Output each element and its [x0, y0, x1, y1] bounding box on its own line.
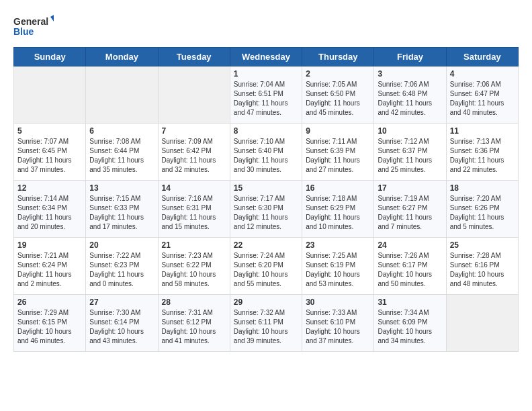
day-info: Sunrise: 7:19 AM Sunset: 6:27 PM Dayligh…: [378, 194, 442, 232]
day-cell: 10Sunrise: 7:12 AM Sunset: 6:37 PM Dayli…: [374, 124, 446, 181]
svg-text:Blue: Blue: [13, 26, 34, 37]
day-cell: 6Sunrise: 7:08 AM Sunset: 6:44 PM Daylig…: [86, 124, 158, 181]
day-number: 15: [234, 183, 298, 193]
day-info: Sunrise: 7:10 AM Sunset: 6:40 PM Dayligh…: [234, 137, 298, 175]
day-number: 20: [89, 240, 154, 250]
day-info: Sunrise: 7:22 AM Sunset: 6:23 PM Dayligh…: [89, 251, 154, 289]
day-info: Sunrise: 7:15 AM Sunset: 6:33 PM Dayligh…: [89, 194, 154, 232]
day-number: 29: [234, 298, 298, 307]
week-row: 1Sunrise: 7:04 AM Sunset: 6:51 PM Daylig…: [14, 66, 519, 124]
day-info: Sunrise: 7:08 AM Sunset: 6:44 PM Dayligh…: [89, 137, 154, 175]
day-number: 10: [378, 126, 442, 136]
day-info: Sunrise: 7:25 AM Sunset: 6:19 PM Dayligh…: [306, 251, 370, 289]
weekday-header: Tuesday: [158, 48, 230, 66]
day-cell: 21Sunrise: 7:23 AM Sunset: 6:22 PM Dayli…: [158, 238, 230, 295]
day-cell: 15Sunrise: 7:17 AM Sunset: 6:30 PM Dayli…: [230, 181, 302, 238]
day-cell: 22Sunrise: 7:24 AM Sunset: 6:20 PM Dayli…: [230, 238, 302, 295]
day-info: Sunrise: 7:31 AM Sunset: 6:12 PM Dayligh…: [162, 308, 226, 346]
svg-text:General: General: [13, 16, 48, 27]
day-number: 3: [378, 69, 442, 79]
weekday-header: Thursday: [302, 48, 374, 66]
week-row: 26Sunrise: 7:29 AM Sunset: 6:15 PM Dayli…: [14, 295, 519, 352]
weekday-header: Wednesday: [230, 48, 302, 66]
week-row: 19Sunrise: 7:21 AM Sunset: 6:24 PM Dayli…: [14, 238, 519, 295]
day-cell: 16Sunrise: 7:18 AM Sunset: 6:29 PM Dayli…: [302, 181, 374, 238]
day-cell: 3Sunrise: 7:06 AM Sunset: 6:48 PM Daylig…: [374, 66, 446, 124]
day-cell: 25Sunrise: 7:28 AM Sunset: 6:16 PM Dayli…: [446, 238, 518, 295]
week-row: 12Sunrise: 7:14 AM Sunset: 6:34 PM Dayli…: [14, 181, 519, 238]
day-info: Sunrise: 7:06 AM Sunset: 6:48 PM Dayligh…: [378, 80, 442, 118]
day-info: Sunrise: 7:18 AM Sunset: 6:29 PM Dayligh…: [306, 194, 370, 232]
day-info: Sunrise: 7:20 AM Sunset: 6:26 PM Dayligh…: [450, 194, 515, 232]
day-number: 13: [89, 183, 154, 193]
day-number: 30: [306, 298, 370, 307]
day-cell: 14Sunrise: 7:16 AM Sunset: 6:31 PM Dayli…: [158, 181, 230, 238]
weekday-header: Friday: [374, 48, 446, 66]
day-number: 16: [306, 183, 370, 193]
day-number: 27: [89, 298, 154, 307]
day-cell: 20Sunrise: 7:22 AM Sunset: 6:23 PM Dayli…: [86, 238, 158, 295]
page-header: GeneralBlue: [13, 13, 519, 40]
day-number: 9: [306, 126, 370, 136]
day-info: Sunrise: 7:09 AM Sunset: 6:42 PM Dayligh…: [162, 137, 226, 175]
day-info: Sunrise: 7:21 AM Sunset: 6:24 PM Dayligh…: [17, 251, 82, 289]
day-info: Sunrise: 7:04 AM Sunset: 6:51 PM Dayligh…: [234, 80, 298, 118]
day-cell: [14, 66, 86, 124]
day-number: 26: [17, 298, 82, 307]
day-cell: 18Sunrise: 7:20 AM Sunset: 6:26 PM Dayli…: [446, 181, 518, 238]
day-cell: 30Sunrise: 7:33 AM Sunset: 6:10 PM Dayli…: [302, 295, 374, 352]
day-cell: 19Sunrise: 7:21 AM Sunset: 6:24 PM Dayli…: [14, 238, 86, 295]
day-cell: 8Sunrise: 7:10 AM Sunset: 6:40 PM Daylig…: [230, 124, 302, 181]
day-number: 11: [450, 126, 515, 136]
day-number: 14: [162, 183, 226, 193]
day-cell: 2Sunrise: 7:05 AM Sunset: 6:50 PM Daylig…: [302, 66, 374, 124]
logo: GeneralBlue: [13, 13, 54, 40]
day-info: Sunrise: 7:30 AM Sunset: 6:14 PM Dayligh…: [89, 308, 154, 346]
day-number: 21: [162, 240, 226, 250]
day-cell: 4Sunrise: 7:06 AM Sunset: 6:47 PM Daylig…: [446, 66, 518, 124]
day-cell: [158, 66, 230, 124]
day-number: 6: [89, 126, 154, 136]
day-info: Sunrise: 7:07 AM Sunset: 6:45 PM Dayligh…: [17, 137, 82, 175]
day-number: 4: [450, 69, 515, 79]
calendar-table: SundayMondayTuesdayWednesdayThursdayFrid…: [13, 47, 519, 352]
day-info: Sunrise: 7:33 AM Sunset: 6:10 PM Dayligh…: [306, 308, 370, 346]
day-number: 1: [234, 69, 298, 79]
day-info: Sunrise: 7:16 AM Sunset: 6:31 PM Dayligh…: [162, 194, 226, 232]
day-cell: 26Sunrise: 7:29 AM Sunset: 6:15 PM Dayli…: [14, 295, 86, 352]
week-row: 5Sunrise: 7:07 AM Sunset: 6:45 PM Daylig…: [14, 124, 519, 181]
weekday-header: Sunday: [14, 48, 86, 66]
day-cell: 28Sunrise: 7:31 AM Sunset: 6:12 PM Dayli…: [158, 295, 230, 352]
day-number: 31: [378, 298, 442, 307]
weekday-header: Saturday: [446, 48, 518, 66]
day-info: Sunrise: 7:12 AM Sunset: 6:37 PM Dayligh…: [378, 137, 442, 175]
day-info: Sunrise: 7:06 AM Sunset: 6:47 PM Dayligh…: [450, 80, 515, 118]
day-info: Sunrise: 7:32 AM Sunset: 6:11 PM Dayligh…: [234, 308, 298, 346]
day-info: Sunrise: 7:11 AM Sunset: 6:39 PM Dayligh…: [306, 137, 370, 175]
day-cell: 23Sunrise: 7:25 AM Sunset: 6:19 PM Dayli…: [302, 238, 374, 295]
day-number: 8: [234, 126, 298, 136]
day-number: 19: [17, 240, 82, 250]
weekday-header-row: SundayMondayTuesdayWednesdayThursdayFrid…: [14, 48, 519, 66]
day-cell: 13Sunrise: 7:15 AM Sunset: 6:33 PM Dayli…: [86, 181, 158, 238]
day-cell: 5Sunrise: 7:07 AM Sunset: 6:45 PM Daylig…: [14, 124, 86, 181]
day-info: Sunrise: 7:14 AM Sunset: 6:34 PM Dayligh…: [17, 194, 82, 232]
day-number: 22: [234, 240, 298, 250]
day-info: Sunrise: 7:24 AM Sunset: 6:20 PM Dayligh…: [234, 251, 298, 289]
day-info: Sunrise: 7:29 AM Sunset: 6:15 PM Dayligh…: [17, 308, 82, 346]
day-cell: [446, 295, 518, 352]
day-number: 23: [306, 240, 370, 250]
svg-marker-2: [50, 14, 54, 21]
weekday-header: Monday: [86, 48, 158, 66]
day-cell: 7Sunrise: 7:09 AM Sunset: 6:42 PM Daylig…: [158, 124, 230, 181]
day-info: Sunrise: 7:17 AM Sunset: 6:30 PM Dayligh…: [234, 194, 298, 232]
day-cell: 29Sunrise: 7:32 AM Sunset: 6:11 PM Dayli…: [230, 295, 302, 352]
day-cell: 27Sunrise: 7:30 AM Sunset: 6:14 PM Dayli…: [86, 295, 158, 352]
day-number: 24: [378, 240, 442, 250]
day-info: Sunrise: 7:05 AM Sunset: 6:50 PM Dayligh…: [306, 80, 370, 118]
day-number: 18: [450, 183, 515, 193]
day-cell: 31Sunrise: 7:34 AM Sunset: 6:09 PM Dayli…: [374, 295, 446, 352]
day-cell: [86, 66, 158, 124]
day-cell: 12Sunrise: 7:14 AM Sunset: 6:34 PM Dayli…: [14, 181, 86, 238]
day-info: Sunrise: 7:13 AM Sunset: 6:36 PM Dayligh…: [450, 137, 515, 175]
